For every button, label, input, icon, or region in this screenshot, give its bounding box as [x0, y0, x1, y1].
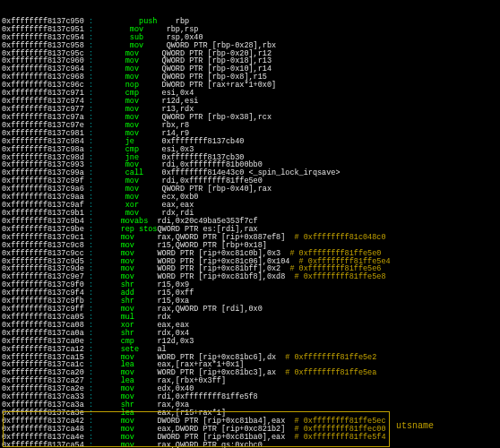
- disassembly-listing: 0xffffffff8137c950 : push rbp0xffffffff8…: [2, 18, 500, 448]
- highlight-label: utsname: [396, 422, 434, 432]
- asm-line: 0xffffffff8137ca54 : mov rax,QWORD PTR g…: [2, 442, 500, 448]
